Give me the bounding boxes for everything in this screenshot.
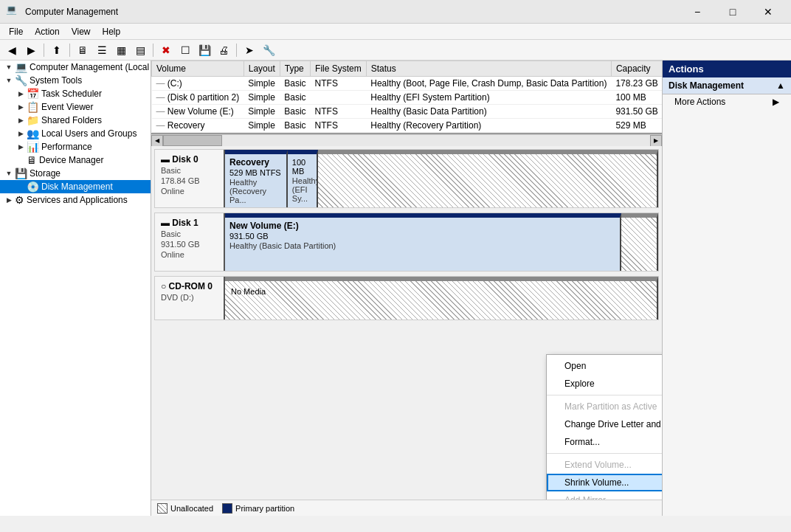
root-label: Computer Management (Local (30, 62, 149, 72)
cdrom-0-label: ○ CD-ROM 0 DVD (D:) (155, 277, 225, 319)
ctx-change-drive[interactable]: Change Drive Letter and Paths... (547, 415, 662, 433)
col-type[interactable]: Type (280, 61, 310, 77)
storage-expand[interactable]: ▼ (3, 167, 15, 179)
cell-fs: NTFS (311, 77, 367, 91)
tree-item-local-users[interactable]: ▶ 👥 Local Users and Groups (0, 127, 151, 140)
disk-1-size: 931.50 GB (161, 240, 218, 249)
tree-panel: ▼ 💻 Computer Management (Local ▼ 🔧 Syste… (0, 61, 151, 516)
ctx-format[interactable]: Format... (547, 433, 662, 451)
ctx-mark-active: Mark Partition as Active (547, 398, 662, 415)
disk-area: ▬ Disk 0 Basic 178.84 GB Online Recovery… (151, 146, 662, 500)
performance-icon: 📊 (27, 141, 39, 153)
actions-subheader[interactable]: Disk Management ▲ (663, 77, 791, 94)
local-users-expand[interactable]: ▶ (15, 128, 27, 139)
root-expand-icon[interactable]: ▼ (3, 61, 15, 73)
status-bar: Unallocated Primary partition (151, 500, 662, 516)
content-area: Volume Layout Type File System Status Ca… (151, 61, 662, 516)
tree-item-storage[interactable]: ▼ 💾 Storage (0, 167, 151, 180)
tree-item-performance[interactable]: ▶ 📊 Performance (0, 140, 151, 153)
tree-item-services[interactable]: ▶ ⚙ Services and Applications (0, 193, 151, 207)
legend-unallocated: Unallocated (157, 503, 213, 514)
show-hide-tree[interactable]: 🖥 (74, 42, 91, 58)
ctx-shrink-volume[interactable]: Shrink Volume... (547, 474, 662, 491)
tree-root[interactable]: ▼ 💻 Computer Management (Local (0, 61, 151, 74)
toolbar-btn-6[interactable]: ☐ (176, 42, 194, 58)
toolbar-btn-3[interactable]: ☰ (93, 42, 111, 58)
tree-item-event-viewer[interactable]: ▶ 📋 Event Viewer (0, 100, 151, 114)
task-scheduler-icon: 📅 (27, 88, 39, 100)
menu-view[interactable]: View (66, 25, 97, 38)
tree-item-shared-folders[interactable]: ▶ 📁 Shared Folders (0, 114, 151, 127)
hscroll-left[interactable]: ◀ (151, 135, 163, 147)
cell-fs (311, 91, 367, 105)
hscroll-track[interactable] (163, 135, 650, 146)
tree-item-system-tools[interactable]: ▼ 🔧 System Tools (0, 74, 151, 87)
storage-label: Storage (30, 168, 61, 179)
toolbar-btn-8[interactable]: 🖨 (215, 42, 232, 58)
back-button[interactable]: ◀ (3, 42, 21, 58)
performance-expand[interactable]: ▶ (15, 141, 27, 153)
forward-button[interactable]: ▶ (22, 42, 40, 58)
col-status[interactable]: Status (366, 61, 611, 77)
disk-1-partitions: New Volume (E:) 931.50 GB Healthy (Basic… (225, 213, 658, 271)
table-row[interactable]: — New Volume (E:) Simple Basic NTFS Heal… (152, 105, 663, 119)
hscroll-thumb[interactable] (163, 135, 222, 146)
cell-fs: NTFS (311, 119, 367, 133)
partition-size: 100 MB (292, 158, 312, 176)
toolbar-btn-7[interactable]: 💾 (196, 42, 213, 58)
task-scheduler-expand[interactable]: ▶ (15, 88, 27, 100)
device-manager-label: Device Manager (39, 155, 103, 165)
table-row[interactable]: — Recovery Simple Basic NTFS Healthy (Re… (152, 119, 663, 133)
toolbar-btn-export[interactable]: ✖ (157, 42, 175, 58)
disk-0-row: ▬ Disk 0 Basic 178.84 GB Online Recovery… (154, 149, 659, 208)
toolbar-btn-5[interactable]: ▤ (131, 42, 149, 58)
disk-1-newvol[interactable]: New Volume (E:) 931.50 GB Healthy (Basic… (225, 213, 621, 271)
cdrom-no-media[interactable]: No Media (225, 277, 658, 319)
table-row[interactable]: — (Disk 0 partition 2) Simple Basic Heal… (152, 91, 663, 105)
disk-0-unalloc[interactable] (318, 150, 658, 207)
hscroll-right[interactable]: ▶ (650, 135, 662, 147)
device-manager-icon: 🖥 (27, 154, 37, 166)
menu-action[interactable]: Action (29, 25, 65, 38)
local-users-icon: 👥 (27, 128, 39, 139)
table-area: Volume Layout Type File System Status Ca… (151, 61, 662, 134)
col-filesystem[interactable]: File System (311, 61, 367, 77)
col-volume[interactable]: Volume (152, 61, 244, 77)
minimize-button[interactable]: − (680, 0, 714, 24)
tree-item-task-scheduler[interactable]: ▶ 📅 Task Scheduler (0, 87, 151, 100)
more-actions-arrow: ▶ (773, 97, 779, 107)
table-hscroll[interactable]: ◀ ▶ (151, 134, 662, 146)
window-controls: − □ ✕ (680, 0, 785, 24)
close-button[interactable]: ✕ (751, 0, 785, 24)
menu-file[interactable]: File (3, 25, 29, 38)
ctx-explore[interactable]: Explore (547, 375, 662, 393)
system-tools-expand[interactable]: ▼ (3, 75, 15, 86)
shared-folders-icon: 📁 (27, 114, 39, 126)
up-button[interactable]: ⬆ (48, 42, 66, 58)
disk-0-efi[interactable]: 100 MB Healthy (EFI Sy... (288, 150, 318, 207)
toolbar: ◀ ▶ ⬆ 🖥 ☰ ▦ ▤ ✖ ☐ 💾 🖨 ➤ 🔧 (0, 40, 791, 61)
more-actions-item[interactable]: More Actions ▶ (663, 94, 791, 109)
actions-collapse-icon[interactable]: ▲ (776, 80, 785, 91)
col-capacity[interactable]: Capacity (611, 61, 662, 77)
menu-help[interactable]: Help (97, 25, 127, 38)
cell-status: Healthy (Recovery Partition) (366, 119, 611, 133)
services-expand[interactable]: ▶ (3, 194, 15, 206)
toolbar-btn-9[interactable]: ➤ (241, 42, 258, 58)
disk-0-recovery[interactable]: Recovery 529 MB NTFS Healthy (Recovery P… (225, 150, 288, 207)
tree-item-device-manager[interactable]: ▶ 🖥 Device Manager (0, 153, 151, 167)
ctx-open[interactable]: Open (547, 357, 662, 375)
disk-1-row: ▬ Disk 1 Basic 931.50 GB Online New Volu… (154, 213, 659, 272)
cell-volume: — (C:) (152, 77, 244, 91)
primary-label: Primary partition (235, 504, 294, 513)
app-icon: 💻 (6, 4, 21, 19)
toolbar-btn-10[interactable]: 🔧 (260, 42, 277, 58)
table-row[interactable]: — (C:) Simple Basic NTFS Healthy (Boot, … (152, 77, 663, 91)
col-layout[interactable]: Layout (243, 61, 280, 77)
maximize-button[interactable]: □ (716, 0, 750, 24)
disk-1-unalloc[interactable] (621, 213, 658, 271)
shared-folders-expand[interactable]: ▶ (15, 114, 27, 126)
toolbar-btn-4[interactable]: ▦ (112, 42, 130, 58)
tree-item-disk-management[interactable]: ▶ 💿 Disk Management (0, 180, 151, 193)
event-viewer-expand[interactable]: ▶ (15, 101, 27, 113)
